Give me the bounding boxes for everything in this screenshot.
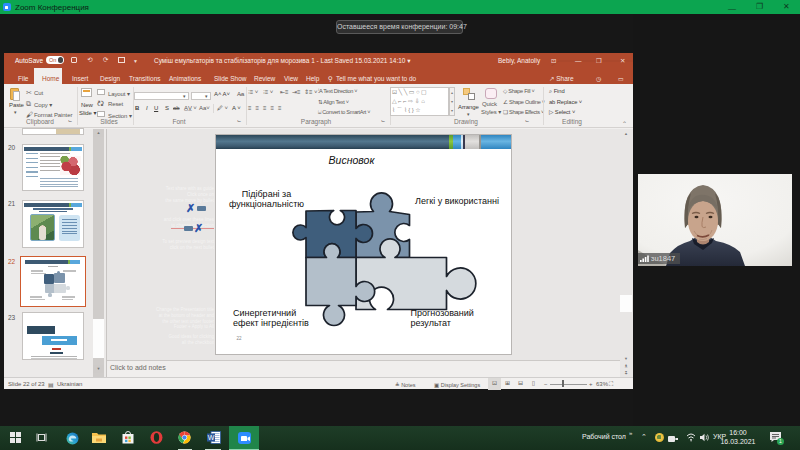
svg-text:W: W bbox=[208, 434, 215, 441]
